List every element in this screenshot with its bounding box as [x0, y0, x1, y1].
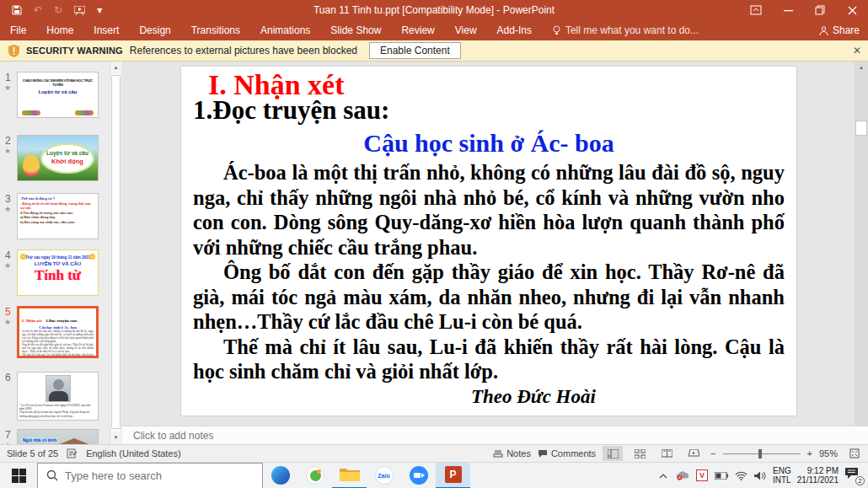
thumb4-date: Thứ sáu ngày 19 tháng 11 năm 2021	[18, 255, 98, 260]
taskbar-coccoc-icon[interactable]	[297, 463, 332, 488]
taskbar-powerpoint-icon[interactable]: P	[436, 463, 470, 488]
security-warning-message: References to external pictures have bee…	[130, 45, 357, 56]
slide-3-animation-star-icon: ★	[4, 205, 11, 213]
status-bar: Slide 5 of 25 English (United States) No…	[0, 444, 868, 462]
slide-1-number: 1	[5, 72, 17, 83]
comments-toggle-label: Comments	[551, 448, 596, 459]
scrollbar-thumb[interactable]	[855, 121, 867, 136]
language-tray-indicator[interactable]: ENGINTL	[773, 466, 791, 485]
slideshow-view-button[interactable]	[683, 446, 704, 461]
thumb1-title: CHÀO MỪNG CÁC EM ĐẾN VỚI BÀI HỌC TRỰC TU…	[18, 78, 98, 87]
security-warning-label: SECURITY WARNING	[26, 46, 123, 56]
tab-view[interactable]: View	[445, 21, 487, 40]
slide-thumbnail-7[interactable]: Ngôi nhà cổ kính	[17, 429, 99, 444]
taskbar-zalo-icon[interactable]: Zalo	[367, 463, 401, 488]
save-icon[interactable]	[12, 5, 22, 15]
slide-paragraph-1: Ác-boa là một thị trấn nhỏ, không có nhữ…	[193, 160, 785, 260]
minimize-button[interactable]	[772, 0, 804, 20]
person-icon	[819, 26, 828, 35]
scroll-up-arrow[interactable]: ▲	[855, 62, 868, 74]
tab-animations[interactable]: Animations	[250, 21, 320, 40]
start-slideshow-icon[interactable]	[74, 6, 85, 15]
clock[interactable]: 9:12 PM21/11/2021	[797, 466, 839, 485]
windows-taskbar: Zalo P V ENGINTL 9:12 PM21/	[0, 462, 868, 488]
close-button[interactable]	[836, 0, 868, 20]
zoom-slider-thumb[interactable]	[758, 449, 762, 459]
current-slide-canvas[interactable]: I. Nhận xét 1.Đọc truyện sau: Cậu học si…	[181, 67, 796, 416]
thumb6-line2: Ông là nhà vật lý và hoá học người Pháp,…	[19, 410, 96, 417]
slide-thumbnail-6[interactable]: * Lu-i Pa-xtơ (Louis Pasteur) sinh ngày …	[17, 372, 99, 421]
slide-thumbnail-4[interactable]: Thứ sáu ngày 19 tháng 11 năm 2021 LUYỆN …	[17, 249, 99, 296]
battery-icon[interactable]	[715, 469, 728, 482]
ultraviewer-icon[interactable]: V	[695, 469, 709, 482]
tray-chevron-icon[interactable]	[656, 469, 670, 482]
notes-pane[interactable]: Click to add notes	[122, 426, 868, 444]
onedrive-error-icon[interactable]	[676, 469, 689, 482]
start-button[interactable]	[0, 463, 37, 488]
share-button[interactable]: Share	[819, 24, 860, 36]
security-warning-bar: SECURITY WARNING References to external …	[0, 40, 868, 62]
scrollbar-thumb[interactable]	[111, 75, 121, 429]
notes-toggle[interactable]: Notes	[493, 448, 531, 459]
thumbnail-scrollbar[interactable]: ▲ ▼	[110, 62, 121, 444]
tell-me-box[interactable]: Tell me what you want to do...	[542, 24, 699, 36]
thumb5-step: 1.Đọc truyện sau:	[46, 319, 78, 323]
tab-review[interactable]: Review	[391, 21, 444, 40]
pasteur-portrait-image	[46, 375, 71, 402]
tab-slideshow[interactable]: Slide Show	[320, 21, 391, 40]
tab-transitions[interactable]: Transitions	[181, 21, 250, 40]
zoom-in-button[interactable]: +	[807, 448, 812, 459]
qat-customize-icon[interactable]: ▾	[97, 4, 102, 16]
tab-addins[interactable]: Add-Ins	[487, 21, 542, 40]
language-indicator[interactable]: English (United States)	[86, 448, 181, 459]
tab-home[interactable]: Home	[36, 21, 83, 40]
notification-badge: 2	[855, 476, 865, 485]
taskbar-edge-icon[interactable]	[263, 463, 297, 488]
zoom-out-button[interactable]: −	[710, 448, 715, 459]
taskbar-zoom-icon[interactable]	[401, 463, 436, 488]
thumb4-subject: LUYỆN TỪ VÀ CÂU	[18, 261, 98, 266]
fit-slide-to-window-button[interactable]	[844, 446, 865, 461]
tab-design[interactable]: Design	[129, 21, 180, 40]
reading-view-button[interactable]	[656, 446, 677, 461]
taskbar-file-explorer-icon[interactable]	[332, 463, 367, 488]
sun-decoration	[20, 254, 26, 260]
security-bar-close-icon[interactable]: ✕	[853, 45, 861, 56]
thumb4-title: Tính từ	[18, 267, 98, 284]
shield-icon	[8, 45, 19, 57]
search-input[interactable]	[65, 469, 233, 482]
slide-thumbnail-1[interactable]: CHÀO MỪNG CÁC EM ĐẾN VỚI BÀI HỌC TRỰC TU…	[17, 72, 99, 118]
scroll-up-arrow[interactable]: ▲	[110, 62, 121, 74]
redo-icon[interactable]: ↻	[54, 4, 62, 16]
thumb2-oval: Luyện từ và câu Khởi động	[40, 143, 94, 174]
main-scrollbar[interactable]: ▲	[855, 62, 868, 426]
thumb1-subtitle: Luyện từ và câu	[18, 89, 98, 94]
system-tray: V ENGINTL 9:12 PM21/11/2021 2	[656, 463, 868, 488]
slide-thumbnail-pane: 1 ★ CHÀO MỪNG CÁC EM ĐẾN VỚI BÀI HỌC TRỰ…	[0, 62, 122, 444]
restore-button[interactable]	[804, 0, 836, 20]
slide-sorter-view-button[interactable]	[630, 446, 650, 461]
slide-indicator[interactable]: Slide 5 of 25	[7, 448, 58, 459]
comments-toggle[interactable]: Comments	[538, 448, 596, 459]
powerpoint-window: ↶ ↻ ▾ Tuan 11 Tinh tu.ppt [Compatibility…	[0, 0, 868, 488]
ribbon-display-options-button[interactable]	[740, 0, 772, 20]
speaker-icon[interactable]	[753, 469, 767, 482]
sun-decoration	[89, 254, 95, 260]
zoom-slider[interactable]	[723, 453, 801, 454]
undo-icon[interactable]: ↶	[34, 4, 42, 16]
zoom-level[interactable]: 95%	[819, 448, 838, 459]
wifi-icon[interactable]	[734, 469, 747, 482]
enable-content-button[interactable]: Enable Content	[369, 42, 461, 59]
normal-view-button[interactable]	[603, 446, 623, 461]
spellcheck-icon[interactable]	[67, 448, 78, 459]
slide-thumbnail-5-selected[interactable]: I. Nhận xét 1.Đọc truyện sau: Cậu học si…	[17, 306, 99, 358]
tab-insert[interactable]: Insert	[83, 21, 129, 40]
slide-thumbnail-2[interactable]: Luyện từ và câu Khởi động	[17, 135, 99, 181]
cartoon-bear-image	[23, 155, 40, 177]
slide-thumbnail-3[interactable]: -Thế nào là động từ ? - Động từ là từ ch…	[17, 193, 99, 239]
slide-3-number: 3	[5, 193, 17, 205]
action-center-icon[interactable]: 2	[844, 467, 863, 484]
scroll-down-arrow[interactable]: ▼	[110, 432, 121, 444]
taskbar-search[interactable]	[37, 463, 263, 488]
tab-file[interactable]: File	[0, 21, 36, 40]
